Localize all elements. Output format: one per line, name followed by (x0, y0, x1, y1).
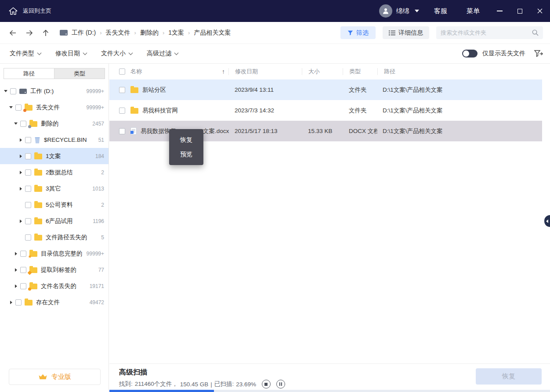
tree-item-path-lost[interactable]: 文件路径丢失的 5 (0, 229, 109, 245)
expander-icon[interactable] (13, 252, 19, 255)
arrow-up-icon (42, 29, 49, 37)
tree-item-label: 存在文件 (36, 298, 87, 306)
search-box (436, 26, 543, 39)
tab-path[interactable]: 路径 (4, 68, 54, 79)
file-size-dropdown[interactable]: 文件大小 (101, 50, 132, 58)
lost-files-only-toggle[interactable] (462, 50, 478, 58)
breadcrumb-item-drive[interactable]: 工作 (D:) (72, 29, 96, 37)
context-menu-recover[interactable]: 恢复 (169, 133, 203, 147)
checkbox[interactable] (25, 186, 31, 192)
expander-icon[interactable] (18, 219, 24, 223)
drive-icon (60, 30, 68, 36)
expander-icon[interactable] (18, 138, 24, 142)
column-modified-date[interactable]: 修改日期 (228, 68, 302, 75)
column-type[interactable]: 类型 (343, 68, 377, 75)
expander-icon[interactable] (8, 301, 14, 304)
close-button[interactable] (530, 0, 550, 22)
forward-button[interactable] (25, 29, 33, 36)
checkbox[interactable] (25, 169, 31, 176)
details-button[interactable]: 详细信息 (383, 26, 429, 39)
stop-scan-button[interactable] (262, 380, 271, 388)
upgrade-pro-label: 专业版 (51, 373, 71, 381)
checkbox[interactable] (25, 137, 31, 143)
checkbox[interactable] (20, 283, 26, 289)
tree-item-count: 2457 (92, 121, 104, 127)
maximize-button[interactable] (510, 0, 530, 22)
expander-icon[interactable] (13, 284, 19, 288)
tab-type[interactable]: 类型 (54, 68, 105, 79)
tree-item-work-drive[interactable]: 工作 (D:) 99999+ (0, 83, 109, 99)
breadcrumb-item-deleted[interactable]: 删除的 (140, 29, 159, 37)
context-menu-preview[interactable]: 预览 (169, 147, 203, 162)
clear-filter-button[interactable] (534, 50, 543, 58)
file-path: D:\1文案\产品相关文案 (377, 86, 542, 94)
expander-icon[interactable] (18, 187, 24, 191)
tree-item-lost-files[interactable]: 丢失文件 99999+ (0, 99, 109, 115)
expander-icon[interactable] (18, 155, 24, 158)
back-button[interactable] (9, 29, 17, 36)
column-path[interactable]: 路径 (377, 68, 550, 75)
expander-icon[interactable] (3, 90, 9, 92)
table-row[interactable]: 新站分区 2023/9/4 13:11 文件夹 D:\1文案\产品相关文案 (109, 79, 542, 100)
tree-item-6-product-trial[interactable]: 6产品试用 1196 (0, 213, 109, 229)
support-link[interactable]: 客服 (424, 7, 457, 15)
breadcrumb-item-folder[interactable]: 1文案 (168, 29, 184, 37)
modified-date-dropdown[interactable]: 修改日期 (55, 50, 87, 58)
checkbox[interactable] (20, 251, 26, 257)
row-checkbox[interactable] (119, 87, 125, 93)
minimize-icon (497, 11, 503, 11)
upgrade-pro-button[interactable]: 专业版 (9, 369, 101, 385)
breadcrumb-separator: › (188, 29, 190, 36)
breadcrumb-item-current[interactable]: 产品相关文案 (194, 29, 231, 37)
user-account-button[interactable]: 绵绵 (374, 4, 424, 18)
sort-ascending-icon[interactable]: ↑ (222, 68, 225, 75)
advanced-filter-dropdown[interactable]: 高级过滤 (147, 50, 178, 58)
breadcrumb-item-lost-files[interactable]: 丢失文件 (106, 29, 130, 37)
checkbox[interactable] (25, 202, 31, 208)
row-checkbox[interactable] (119, 128, 125, 134)
table-row[interactable]: 易我科技官网 2023/7/3 14:32 文件夹 D:\1文案\产品相关文案 (109, 100, 542, 121)
file-type-dropdown[interactable]: 文件类型 (10, 50, 41, 58)
tree-item-directory-complete[interactable]: 目录信息完整的 99999+ (0, 245, 109, 262)
tree-item-extracted-tags[interactable]: 提取到标签的 77 (0, 262, 109, 278)
file-size: 15.33 KB (302, 128, 343, 134)
tree-item-2-data-summary[interactable]: 2数据总结 2 (0, 164, 109, 180)
checkbox[interactable] (25, 234, 31, 241)
tree-item-label: 目录信息完整的 (41, 250, 84, 258)
expander-icon[interactable] (18, 171, 24, 174)
checkbox[interactable] (25, 153, 31, 159)
search-icon[interactable] (532, 29, 539, 36)
expander-icon[interactable] (13, 268, 19, 272)
checkbox[interactable] (15, 104, 22, 111)
expander-icon[interactable] (13, 122, 19, 125)
toggle-knob (463, 50, 469, 57)
search-input[interactable] (441, 29, 532, 36)
file-type-label: 文件类型 (10, 50, 34, 58)
checkbox[interactable] (20, 121, 26, 127)
column-name[interactable]: 名称 (130, 68, 142, 75)
tree-item-deleted[interactable]: 删除的 2457 (0, 115, 109, 132)
up-button[interactable] (42, 29, 49, 37)
tree-item-filename-lost[interactable]: 文件名丢失的 19171 (0, 278, 109, 294)
checkbox[interactable] (15, 299, 22, 306)
tree-item-5-company-files[interactable]: 5公司资料 2 (0, 197, 109, 213)
tree-item-recycle-bin[interactable]: $RECYCLE.BIN 51 (0, 132, 109, 148)
status-bar: 高级扫描 找到: 211460个文件， 150.45 GB | 已扫描: 23.… (109, 363, 550, 390)
found-label: 找到: (119, 380, 133, 388)
checkbox[interactable] (25, 218, 31, 224)
minimize-button[interactable] (489, 0, 510, 22)
filter-button[interactable]: 筛选 (340, 26, 376, 39)
checkbox[interactable] (20, 267, 26, 273)
expander-icon[interactable] (8, 106, 14, 108)
menu-link[interactable]: 菜单 (457, 7, 489, 15)
back-home-button[interactable]: 返回到主页 (0, 0, 60, 22)
checkbox[interactable] (10, 88, 16, 94)
tree-item-1-copywriting[interactable]: 1文案 184 (0, 148, 109, 164)
column-size[interactable]: 大小 (302, 68, 343, 75)
tree-item-3-others[interactable]: 3其它 1013 (0, 180, 109, 197)
recover-button[interactable]: 恢复 (476, 368, 542, 385)
row-checkbox[interactable] (119, 108, 125, 114)
tree-item-existing-files[interactable]: 存在文件 49472 (0, 294, 109, 310)
select-all-checkbox[interactable] (119, 68, 125, 75)
pause-scan-button[interactable] (276, 380, 285, 388)
